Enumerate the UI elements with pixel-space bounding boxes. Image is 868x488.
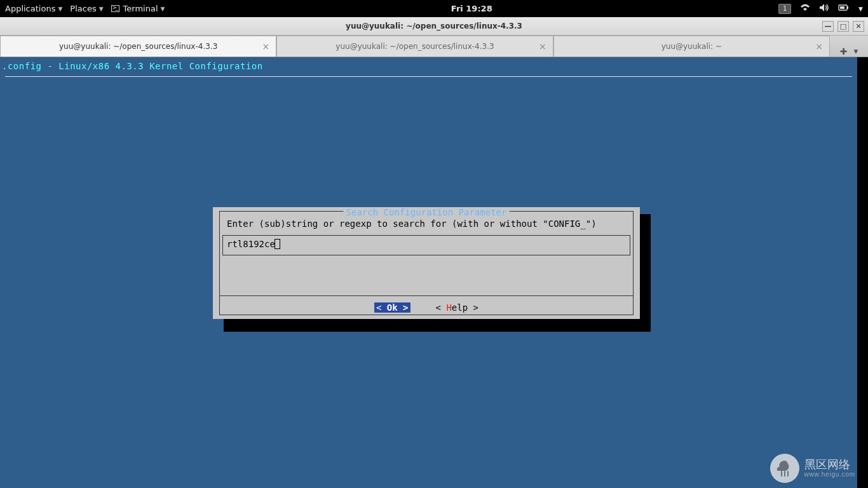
wifi-icon[interactable] xyxy=(800,3,810,14)
tab-close-icon[interactable]: × xyxy=(262,41,270,51)
watermark-logo xyxy=(770,454,799,483)
terminal-tab-label: yuu@yuukali: ~/open_sources/linux-4.3.3 xyxy=(336,42,494,51)
svg-rect-1 xyxy=(847,6,848,9)
chevron-down-icon: ▼ xyxy=(58,6,62,12)
window-title-text: yuu@yuukali: ~/open_sources/linux-4.3.3 xyxy=(346,22,522,30)
topbar-terminal-label: Terminal xyxy=(123,4,158,13)
new-tab-button[interactable]: ✚ xyxy=(840,46,848,57)
dialog-title: Search Configuration Parameter xyxy=(344,207,510,217)
search-dialog: Search Configuration Parameter Enter (su… xyxy=(213,207,640,319)
ok-button[interactable]: < Ok > xyxy=(374,302,410,313)
ok-post: k > xyxy=(392,302,408,313)
search-input[interactable]: rtl8192ce xyxy=(222,235,630,255)
ok-pre: < xyxy=(376,302,387,313)
topbar-applications-menu[interactable]: Applications ▼ xyxy=(5,4,62,13)
terminal-scrollbar[interactable] xyxy=(857,57,868,488)
terminal-tab-label: yuu@yuukali: ~/open_sources/linux-4.3.3 xyxy=(59,42,217,51)
terminal-icon xyxy=(111,5,119,12)
text-cursor xyxy=(275,239,280,249)
terminal-viewport[interactable]: .config - Linux/x86 4.3.3 Kernel Configu… xyxy=(0,57,868,488)
dialog-separator xyxy=(219,295,634,296)
dialog-border xyxy=(219,211,220,315)
chevron-down-icon: ▼ xyxy=(99,6,104,12)
topbar-terminal-menu[interactable]: Terminal ▼ xyxy=(111,4,165,13)
volume-icon[interactable] xyxy=(819,3,829,14)
topbar-clock[interactable]: Fri 19:28 xyxy=(165,4,778,13)
help-button[interactable]: < Help > xyxy=(436,302,478,313)
workspace-badge[interactable]: 1 xyxy=(778,4,791,14)
terminal-tab-bar: yuu@yuukali: ~/open_sources/linux-4.3.3 … xyxy=(0,36,868,57)
battery-icon[interactable] xyxy=(838,3,850,14)
tab-menu-button[interactable]: ▼ xyxy=(853,48,858,55)
dialog-border xyxy=(219,315,634,315)
topbar-applications-label: Applications xyxy=(5,4,55,13)
watermark: 黑区网络 www.heigu.com xyxy=(770,454,855,483)
window-minimize-button[interactable]: — xyxy=(822,21,834,32)
help-pre: < xyxy=(436,302,447,313)
tab-close-icon[interactable]: × xyxy=(539,41,546,51)
help-post: elp > xyxy=(452,302,478,313)
help-hotkey: H xyxy=(446,302,451,313)
topbar-places-label: Places xyxy=(70,4,96,13)
window-titlebar: yuu@yuukali: ~/open_sources/linux-4.3.3 … xyxy=(0,17,868,36)
search-input-value: rtl8192ce xyxy=(227,239,275,249)
terminal-tab-label: yuu@yuukali: ~ xyxy=(661,42,722,51)
terminal-tab[interactable]: yuu@yuukali: ~/open_sources/linux-4.3.3 … xyxy=(276,36,553,57)
dialog-border xyxy=(633,211,634,315)
watermark-text: 黑区网络 xyxy=(804,459,855,471)
terminal-tab[interactable]: yuu@yuukali: ~/open_sources/linux-4.3.3 … xyxy=(0,36,276,57)
svg-rect-2 xyxy=(840,6,844,9)
ok-hotkey: O xyxy=(387,302,392,313)
watermark-url: www.heigu.com xyxy=(804,471,855,478)
gnome-topbar: Applications ▼ Places ▼ Terminal ▼ Fri 1… xyxy=(0,0,868,17)
terminal-tab-actions: ✚ ▼ xyxy=(830,46,868,57)
dialog-prompt: Enter (sub)string or regexp to search fo… xyxy=(227,219,597,229)
topbar-places-menu[interactable]: Places ▼ xyxy=(70,4,103,13)
chevron-down-icon[interactable]: ▼ xyxy=(858,6,863,12)
menuconfig-divider xyxy=(5,76,852,77)
window-maximize-button[interactable]: □ xyxy=(837,21,849,32)
menuconfig-title: .config - Linux/x86 4.3.3 Kernel Configu… xyxy=(2,61,263,71)
tab-close-icon[interactable]: × xyxy=(815,41,823,51)
chevron-down-icon: ▼ xyxy=(161,6,165,12)
window-close-button[interactable]: ✕ xyxy=(853,21,864,32)
terminal-tab[interactable]: yuu@yuukali: ~ × xyxy=(553,36,830,57)
